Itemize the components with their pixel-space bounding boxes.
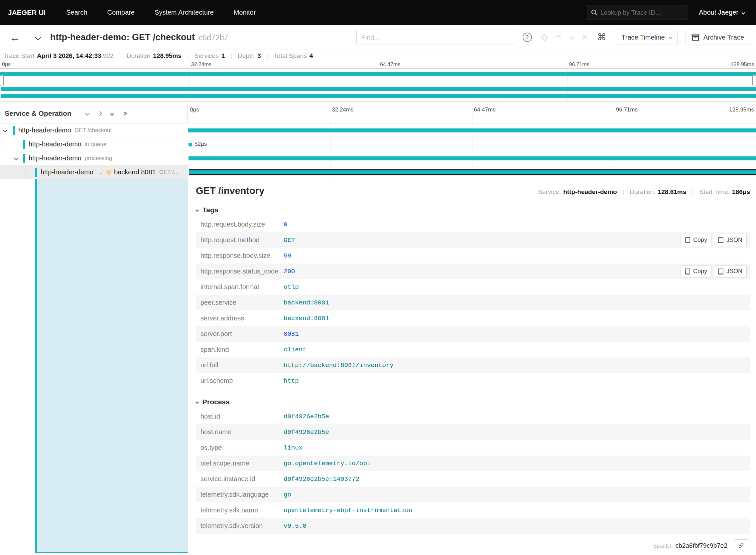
- app-logo[interactable]: JAEGER UI: [8, 9, 46, 17]
- start-time-label: Start Time:: [699, 188, 730, 196]
- about-jaeger-menu[interactable]: About Jaeger: [699, 9, 745, 16]
- copy-json-button[interactable]: JSON: [714, 265, 747, 278]
- divider: [266, 52, 268, 59]
- trace-start-ms: .922: [101, 52, 114, 59]
- next-result-icon[interactable]: [569, 35, 574, 40]
- total-spans-label: Total Spans: [274, 52, 306, 59]
- copy-icon: [685, 237, 690, 243]
- span-id-label: SpanID:: [653, 543, 672, 549]
- operation-name: in queue: [85, 141, 106, 148]
- nav-item-monitor[interactable]: Monitor: [234, 9, 256, 16]
- help-icon[interactable]: ?: [523, 33, 532, 42]
- keyboard-shortcuts-icon[interactable]: ⌘: [597, 33, 606, 42]
- kv-key: internal.span.format: [200, 283, 284, 291]
- trace-minimap[interactable]: [0, 69, 756, 101]
- trace-lookup[interactable]: [587, 5, 688, 20]
- find-input[interactable]: [361, 34, 510, 41]
- find-box[interactable]: [357, 30, 515, 45]
- kv-key: server.address: [200, 314, 284, 322]
- archive-trace-label: Archive Trace: [704, 34, 744, 41]
- divider: [187, 52, 189, 59]
- peer-service-name: backend:8081: [114, 168, 156, 176]
- timeline-tick: 96.71ms: [616, 106, 637, 113]
- span-bar[interactable]: [189, 156, 756, 160]
- span-row-label[interactable]: http-header-demoprocessing: [0, 152, 188, 165]
- minimap-right-handle[interactable]: [752, 75, 756, 86]
- deep-link-button[interactable]: [734, 539, 749, 552]
- service-color-bar: [13, 126, 15, 135]
- clear-search-icon[interactable]: ×: [582, 33, 587, 42]
- span-caret-icon[interactable]: [14, 156, 18, 160]
- total-spans-value: 4: [310, 52, 313, 59]
- service-value: http-header-demo: [563, 188, 617, 196]
- span-row: http-header-demoprocessing: [0, 152, 756, 165]
- trace-start-label: Trace Start: [3, 52, 34, 59]
- service-name: http-header-demo: [29, 140, 82, 148]
- collapse-one-icon[interactable]: [85, 111, 89, 116]
- kv-row: server.addressbackend:8081: [196, 310, 750, 326]
- span-row-label[interactable]: http-header-demoin queue: [0, 137, 188, 151]
- span-bar[interactable]: [188, 128, 756, 132]
- divider: [196, 201, 750, 201]
- trace-summary-bar: Trace Start April 3 2026, 14:42:33 .922 …: [0, 50, 756, 61]
- copy-json-button[interactable]: JSON: [714, 234, 747, 246]
- focus-span-icon[interactable]: [540, 34, 548, 41]
- expand-one-icon[interactable]: [97, 111, 102, 116]
- peer-service-dot-icon: [106, 170, 111, 175]
- json-label: JSON: [726, 237, 742, 244]
- process-section-toggle[interactable]: Process: [196, 398, 750, 406]
- kv-row-actions: CopyJSON: [680, 265, 747, 278]
- kv-value: go.opentelemetry.io/obi: [284, 460, 371, 467]
- kv-value: client: [284, 346, 306, 353]
- tags-section-toggle[interactable]: Tags: [196, 206, 750, 214]
- kv-key: server.port: [200, 330, 284, 338]
- archive-trace-button[interactable]: Archive Trace: [686, 30, 750, 45]
- nav-item-search[interactable]: Search: [66, 9, 87, 16]
- selected-span-strip[interactable]: [37, 179, 188, 552]
- trace-view-selector[interactable]: Trace Timeline: [616, 30, 677, 45]
- kv-value: http: [284, 377, 299, 385]
- span-timeline-cell[interactable]: [188, 165, 756, 179]
- kv-row: url.schemehttp: [196, 373, 750, 389]
- span-timeline-cell[interactable]: [188, 123, 756, 137]
- kv-key: http.request.method: [200, 236, 284, 244]
- gridline: [330, 104, 330, 123]
- span-row-label[interactable]: http-header-demo→backend:8081GET /...: [0, 165, 188, 179]
- kv-key: url.scheme: [200, 377, 284, 385]
- prev-result-icon[interactable]: [556, 35, 561, 40]
- timeline-tick: 0μs: [2, 61, 11, 68]
- start-time-value: 186μs: [732, 188, 750, 196]
- span-bar[interactable]: [189, 169, 756, 175]
- nav-item-system-architecture[interactable]: System Architecture: [155, 9, 214, 16]
- back-button[interactable]: ←: [9, 32, 20, 43]
- minimap-left-handle[interactable]: [0, 75, 4, 86]
- kv-row: host.named0f4926e2b5e: [196, 424, 750, 440]
- minimap-span-line: [1, 94, 756, 98]
- kv-row: os.typelinux: [196, 440, 750, 456]
- expand-all-icon[interactable]: [123, 112, 126, 115]
- kv-value: 8081: [284, 330, 299, 338]
- copy-icon: [718, 268, 723, 274]
- timeline-tick: 128.95ms: [729, 106, 754, 113]
- span-row-label[interactable]: http-header-demoGET /checkout: [0, 123, 188, 137]
- timeline-header: Service & Operation 0μs32.24ms64.47ms96.…: [0, 104, 756, 123]
- collapse-all-icon[interactable]: [111, 112, 113, 116]
- copy-value-button[interactable]: Copy: [680, 234, 711, 246]
- kv-key: span.kind: [200, 346, 284, 353]
- collapse-trace-chevron-icon[interactable]: [35, 34, 41, 40]
- span-caret-icon[interactable]: [3, 128, 7, 132]
- copy-value-button[interactable]: Copy: [680, 265, 711, 278]
- gridline: [614, 104, 614, 123]
- nav-item-compare[interactable]: Compare: [107, 9, 135, 16]
- trace-id-input[interactable]: [601, 9, 684, 16]
- services-label: Services: [194, 52, 219, 59]
- trace-view-selector-label: Trace Timeline: [621, 34, 665, 41]
- service-name: http-header-demo: [18, 126, 71, 134]
- span-timeline-cell[interactable]: 52μs: [188, 137, 756, 151]
- kv-row: http.request.methodGETCopyJSON: [196, 232, 750, 248]
- span-bar[interactable]: [189, 143, 192, 146]
- span-stats: Service: http-header-demo Duration: 128.…: [538, 188, 750, 196]
- divider: [230, 52, 232, 59]
- span-timeline-cell[interactable]: [188, 152, 756, 165]
- process-table: host.idd0f4926e2b5ehost.named0f4926e2b5e…: [196, 409, 750, 534]
